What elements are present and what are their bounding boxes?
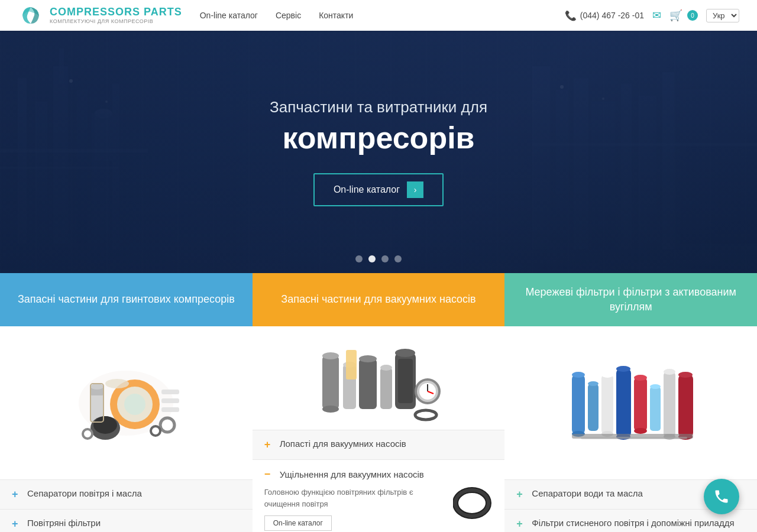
logo[interactable]: COMPRESSORS PARTS КОМПЛЕКТУЮЧІ ДЛЯ КОМПР… — [18, 2, 182, 28]
cart-icon[interactable]: 🛒 — [669, 9, 682, 22]
svg-point-78 — [634, 375, 647, 381]
expanded-body: Головною функцією повітряних фільтрів є … — [264, 486, 493, 531]
svg-point-70 — [588, 381, 599, 386]
svg-point-44 — [105, 379, 129, 388]
card-vacuum-title: Запасні частини для вакуумних насосів — [281, 292, 475, 307]
svg-point-36 — [93, 416, 117, 434]
vacuum-parts-svg — [310, 332, 447, 424]
svg-rect-45 — [322, 356, 339, 409]
svg-point-79 — [634, 428, 647, 434]
svg-point-81 — [650, 384, 661, 389]
header: COMPRESSORS PARTS КОМПЛЕКТУЮЧІ ДЛЯ КОМПР… — [0, 0, 757, 31]
svg-rect-74 — [616, 369, 631, 437]
expanded-catalog-btn[interactable]: On-line каталог — [264, 515, 332, 531]
svg-rect-39 — [161, 407, 179, 412]
svg-rect-37 — [161, 390, 179, 394]
hero-dot-3[interactable] — [381, 255, 389, 262]
card-screw-items: + Сепаратори повітря і масла + Повітряні… — [0, 479, 253, 532]
svg-rect-38 — [161, 398, 179, 403]
svg-point-75 — [616, 366, 630, 372]
svg-point-72 — [601, 372, 613, 378]
svg-point-46 — [322, 352, 339, 359]
svg-point-47 — [322, 406, 339, 413]
card-item-seals-expanded[interactable]: − Ущільнення для вакуумних насосів Голов… — [253, 459, 505, 532]
item-label: Фільтри стисненого повітря і допоміжні п… — [532, 518, 734, 528]
expanded-text: Головною функцією повітряних фільтрів є … — [264, 486, 445, 510]
phone-area: 📞 (044) 467 -26 -01 — [565, 10, 644, 21]
oring-svg — [453, 486, 491, 519]
phone-number: (044) 467 -26 -01 — [580, 11, 644, 20]
hero-dot-2[interactable] — [368, 255, 376, 262]
card-screw-image — [0, 326, 253, 479]
phone-icon: 📞 — [565, 10, 577, 21]
logo-title: COMPRESSORS PARTS — [50, 7, 182, 18]
svg-rect-82 — [664, 372, 675, 437]
card-item-air-filters[interactable]: + Повітряні фільтри — [0, 509, 253, 532]
card-screw: Запасні частини для гвинтових компресорі… — [0, 273, 253, 532]
hero-title: компресорів — [270, 120, 487, 155]
card-network-image — [504, 326, 757, 479]
svg-point-67 — [572, 372, 585, 378]
header-right: 📞 (044) 467 -26 -01 ✉ 🛒 0 Укр Рус — [565, 9, 739, 22]
mail-icon[interactable]: ✉ — [652, 9, 661, 22]
svg-rect-85 — [678, 375, 693, 437]
svg-rect-50 — [359, 359, 377, 409]
call-button[interactable] — [704, 479, 739, 514]
svg-point-40 — [160, 418, 174, 432]
hero-cta-arrow: › — [407, 181, 423, 198]
hero-cta-button[interactable]: On-line каталог › — [313, 173, 444, 206]
card-network-header: Мережеві фільтри і фільтри з активованим… — [504, 273, 757, 326]
hero-dot-1[interactable] — [355, 255, 363, 262]
lang-selector[interactable]: Укр Рус — [706, 9, 739, 22]
card-vacuum: Запасні частини для вакуумних насосів — [253, 273, 505, 532]
main-nav: On-line каталог Сервіс Контакти — [200, 11, 565, 20]
card-screw-header: Запасні частини для гвинтових компресорі… — [0, 273, 253, 326]
plus-icon: + — [12, 518, 21, 530]
svg-point-83 — [664, 369, 675, 375]
hero-content: Запчастини та витратники для компресорів… — [270, 98, 487, 206]
item-label: Сепаратори повітря і масла — [27, 488, 142, 498]
nav-contacts[interactable]: Контакти — [319, 11, 353, 20]
item-label: Ущільнення для вакуумних насосів — [280, 469, 424, 479]
svg-rect-69 — [588, 384, 599, 431]
cards-area: Запасні частини для гвинтових компресорі… — [0, 273, 757, 532]
svg-point-62 — [415, 410, 436, 420]
hero-dots — [355, 255, 402, 262]
logo-text: COMPRESSORS PARTS КОМПЛЕКТУЮЧІ ДЛЯ КОМПР… — [50, 7, 182, 24]
item-label: Сепаратори води та масла — [532, 488, 643, 498]
svg-rect-52 — [380, 368, 392, 409]
nav-catalog[interactable]: On-line каталог — [200, 11, 258, 20]
hero-section: Запчастини та витратники для компресорів… — [0, 31, 757, 273]
screw-parts-svg — [58, 357, 194, 449]
plus-icon: + — [516, 488, 526, 501]
minus-icon: − — [264, 468, 274, 481]
svg-rect-56 — [398, 359, 413, 403]
svg-rect-63 — [346, 350, 357, 379]
plus-icon: + — [516, 518, 526, 530]
card-item-blades[interactable]: + Лопасті для вакуумних насосів — [253, 430, 505, 459]
hero-dot-4[interactable] — [394, 255, 402, 262]
logo-icon — [18, 2, 44, 28]
svg-point-53 — [380, 365, 392, 371]
hero-cta-label: On-line каталог — [334, 184, 400, 195]
call-icon — [713, 488, 730, 505]
svg-rect-0 — [18, 2, 44, 28]
hero-subtitle: Запчастини та витратники для — [270, 98, 487, 116]
svg-rect-77 — [634, 378, 647, 431]
card-screw-title: Запасні частини для гвинтових компресорі… — [18, 292, 235, 307]
svg-rect-80 — [650, 387, 661, 431]
item-label: Лопасті для вакуумних насосів — [280, 439, 406, 449]
card-network-title: Мережеві фільтри і фільтри з активованим… — [519, 285, 743, 314]
card-vacuum-items: + Лопасті для вакуумних насосів − Ущільн… — [253, 430, 505, 532]
card-vacuum-header: Запасні частини для вакуумних насосів — [253, 273, 505, 326]
svg-point-34 — [90, 384, 103, 390]
card-vacuum-image — [253, 326, 505, 430]
card-item-separators-screw[interactable]: + Сепаратори повітря і масла — [0, 479, 253, 509]
svg-point-42 — [83, 429, 92, 439]
svg-point-55 — [395, 349, 415, 357]
svg-rect-66 — [572, 375, 585, 434]
cart-badge: 0 — [687, 10, 698, 21]
plus-icon: + — [12, 488, 21, 501]
nav-service[interactable]: Сервіс — [276, 11, 301, 20]
svg-point-86 — [678, 372, 693, 378]
